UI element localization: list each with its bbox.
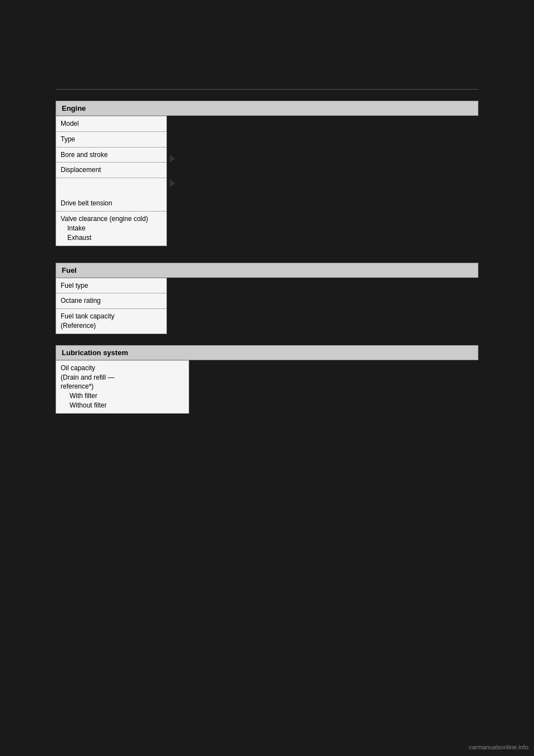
table-row: Octane rating	[56, 293, 167, 309]
exhaust-label: Exhaust	[61, 233, 91, 243]
table-row: Valve clearance (engine cold) Intake Exh…	[56, 212, 167, 246]
table-row: Fuel tank capacity(Reference)	[56, 309, 167, 334]
fuel-tank-label: Fuel tank capacity(Reference)	[56, 309, 167, 334]
valve-clearance-text: Valve clearance (engine cold)	[61, 215, 148, 223]
model-label: Model	[56, 116, 167, 132]
lubrication-section-title: Lubrication system	[62, 348, 128, 357]
intake-label: Intake	[61, 224, 86, 233]
horizontal-rule	[56, 89, 478, 90]
engine-section-title: Engine	[62, 104, 86, 112]
engine-spec-table: Model Type Bore and stroke Displacement …	[56, 116, 167, 246]
oil-capacity-text: Oil capacity(Drain and refill —reference…	[61, 364, 115, 391]
table-row: Model	[56, 116, 167, 132]
table-row: Type	[56, 131, 167, 147]
fuel-table-container: Fuel type Octane rating Fuel tank capaci…	[56, 278, 478, 334]
lubrication-section: Lubrication system Oil capacity(Drain an…	[56, 345, 478, 414]
oil-capacity-label: Oil capacity(Drain and refill —reference…	[56, 360, 189, 413]
table-row: Fuel type	[56, 278, 167, 293]
lubrication-section-header: Lubrication system	[56, 345, 478, 360]
octane-rating-label: Octane rating	[56, 293, 167, 309]
valve-clearance-label: Valve clearance (engine cold) Intake Exh…	[56, 212, 167, 246]
lubrication-table-container: Oil capacity(Drain and refill —reference…	[56, 360, 478, 414]
fuel-section-title: Fuel	[62, 266, 77, 274]
table-row: Drive belt tension	[56, 178, 167, 212]
table-row: Displacement	[56, 163, 167, 178]
without-filter-label: Without filter	[61, 401, 107, 410]
page-content: Engine Model Type Bore and stroke Displa…	[0, 0, 534, 756]
fuel-section-header: Fuel	[56, 263, 478, 278]
watermark: carmanualsonline.info	[469, 744, 528, 750]
lubrication-spec-table: Oil capacity(Drain and refill —reference…	[56, 360, 189, 414]
engine-section: Engine Model Type Bore and stroke Displa…	[56, 101, 478, 246]
bore-stroke-label: Bore and stroke	[56, 147, 167, 163]
engine-arrows	[167, 116, 175, 187]
displacement-label: Displacement	[56, 163, 167, 178]
engine-section-header: Engine	[56, 101, 478, 116]
arrow-icon-1	[170, 155, 175, 163]
fuel-spec-table: Fuel type Octane rating Fuel tank capaci…	[56, 278, 167, 334]
table-row: Bore and stroke	[56, 147, 167, 163]
engine-table-container: Model Type Bore and stroke Displacement …	[56, 116, 478, 246]
table-row: Oil capacity(Drain and refill —reference…	[56, 360, 189, 413]
fuel-type-label: Fuel type	[56, 278, 167, 293]
arrow-icon-2	[170, 179, 175, 187]
with-filter-label: With filter	[61, 391, 97, 401]
drive-belt-label: Drive belt tension	[56, 178, 167, 212]
type-label: Type	[56, 131, 167, 147]
fuel-section: Fuel Fuel type Octane rating Fuel tank c…	[56, 263, 478, 334]
